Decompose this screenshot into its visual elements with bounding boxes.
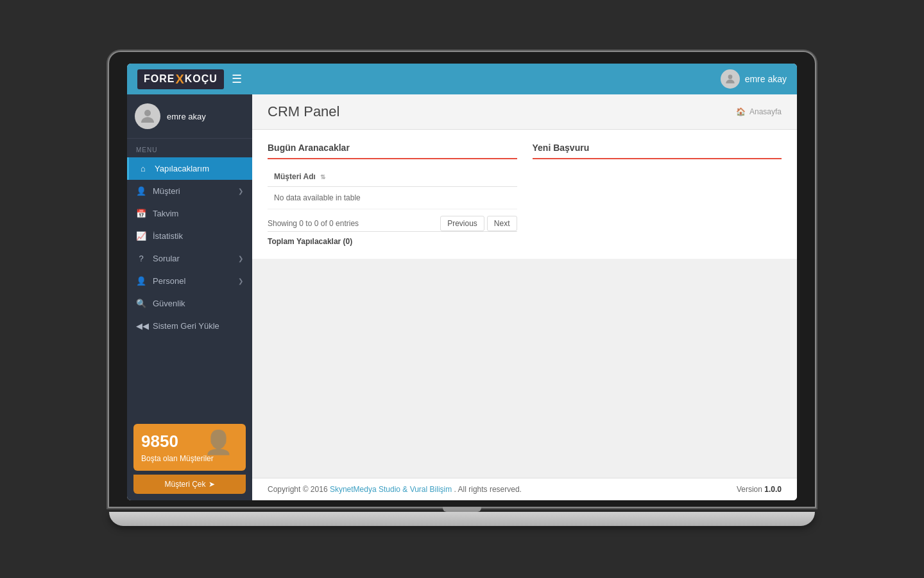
sidebar-item-sistem[interactable]: ◀◀ Sistem Geri Yükle [127, 315, 252, 337]
laptop-wrapper: FORE X KOÇU ☰ emre akay [109, 52, 815, 526]
top-nav-right: emre akay [721, 69, 787, 89]
sidebar-item-guvenlik[interactable]: 🔍 Güvenlik [127, 292, 252, 315]
sidebar-widget: 9850 👤 Boşta olan Müşteriler Müşteri Çek… [127, 417, 252, 500]
sidebar-menu-label: MENU [127, 139, 252, 157]
footer-rights: . All rights reserved. [454, 485, 522, 494]
pagination: Previous Next [440, 216, 517, 231]
sidebar-item-left: 👤 Müşteri [136, 186, 180, 196]
page-content: Bugün Aranacaklar Müşteri Adı ⇅ [252, 130, 797, 478]
sidebar-label-takvim: Takvim [153, 209, 178, 218]
sidebar-item-left: ⌂ Yapılacaklarım [138, 164, 209, 173]
widget-button-label: Müşteri Çek [164, 480, 205, 489]
chevron-right-icon: ❯ [238, 277, 243, 285]
top-nav-left: FORE X KOÇU ☰ [137, 69, 242, 89]
sidebar-label-personel: Personel [153, 276, 185, 286]
chevron-right-icon: ❯ [238, 188, 243, 195]
breadcrumb-home-icon: 🏠 [736, 107, 746, 116]
page-title: CRM Panel [268, 103, 339, 120]
user-name-topnav: emre akay [745, 74, 787, 84]
panels-row: Bugün Aranacaklar Müşteri Adı ⇅ [268, 143, 782, 246]
sort-icon[interactable]: ⇅ [320, 173, 325, 180]
chevron-right-icon: ❯ [238, 255, 243, 262]
sidebar-item-left: 👤 Personel [136, 276, 185, 286]
reload-icon: ◀◀ [136, 321, 146, 331]
home-icon: ⌂ [138, 164, 148, 173]
gray-area [252, 259, 797, 400]
user-name-sidebar: emre akay [167, 112, 206, 121]
footer: Copyright © 2016 SkynetMedya Studio & Vu… [252, 478, 797, 500]
musteri-cek-button[interactable]: Müşteri Çek ➤ [133, 475, 246, 494]
copyright-text: Copyright © 2016 [268, 485, 328, 494]
svg-point-1 [144, 110, 151, 116]
breadcrumb-label: Anasayfa [749, 107, 782, 116]
panel-right-title: Yeni Başvuru [533, 143, 782, 159]
sidebar-item-yapilacaklarim[interactable]: ⌂ Yapılacaklarım [127, 157, 252, 180]
security-icon: 🔍 [136, 299, 146, 308]
avatar [135, 103, 160, 129]
sidebar-label-guvenlik: Güvenlik [153, 299, 185, 308]
sidebar-label-sistem: Sistem Geri Yükle [153, 321, 219, 331]
main-layout: emre akay MENU ⌂ Yapılacaklarım 👤 [127, 94, 797, 500]
screen-inner: FORE X KOÇU ☰ emre akay [127, 64, 797, 500]
logo-fore: FORE [144, 73, 175, 85]
version-number: 1.0.0 [764, 485, 782, 494]
sidebar-item-left: 📈 İstatistik [136, 231, 183, 241]
sidebar-user: emre akay [127, 94, 252, 139]
sidebar-item-left: 🔍 Güvenlik [136, 299, 185, 308]
sidebar-item-istatistik[interactable]: 📈 İstatistik [127, 225, 252, 247]
calendar-icon: 📅 [136, 209, 146, 218]
top-nav: FORE X KOÇU ☰ emre akay [127, 64, 797, 94]
panel-bugun-aranacaklar: Bugün Aranacaklar Müşteri Adı ⇅ [268, 143, 517, 246]
sidebar-item-sorular[interactable]: ? Sorular ❯ [127, 247, 252, 270]
widget-user-icon: 👤 [204, 428, 233, 455]
table-footer: Showing 0 to 0 of 0 entries Previous Nex… [268, 209, 517, 231]
svg-point-0 [728, 74, 732, 79]
laptop-base [109, 512, 815, 526]
user-icon: 👤 [136, 186, 146, 196]
footer-copyright: Copyright © 2016 SkynetMedya Studio & Vu… [268, 485, 522, 494]
user-avatar-topnav [721, 69, 740, 89]
sidebar-item-personel[interactable]: 👤 Personel ❯ [127, 270, 252, 292]
table-row-empty: No data available in table [268, 187, 517, 209]
column-label: Müşteri Adı [274, 172, 316, 181]
footer-version: Version 1.0.0 [737, 485, 782, 494]
sidebar-item-takvim[interactable]: 📅 Takvim [127, 202, 252, 225]
chart-icon: 📈 [136, 231, 146, 241]
widget-card: 9850 👤 Boşta olan Müşteriler [133, 424, 246, 471]
sidebar: emre akay MENU ⌂ Yapılacaklarım 👤 [127, 94, 252, 500]
widget-button-icon: ➤ [209, 480, 215, 489]
sidebar-label-istatistik: İstatistik [153, 231, 183, 241]
table-col-musteri-adi: Müşteri Adı ⇅ [268, 167, 517, 187]
next-button[interactable]: Next [487, 216, 517, 231]
hamburger-icon[interactable]: ☰ [232, 72, 242, 86]
app: FORE X KOÇU ☰ emre akay [127, 64, 797, 500]
personel-icon: 👤 [136, 276, 146, 286]
sidebar-label-yapilacaklarim: Yapılacaklarım [155, 164, 209, 173]
sidebar-item-left: 📅 Takvim [136, 209, 178, 218]
bugun-aranacaklar-table: Müşteri Adı ⇅ No data a [268, 167, 517, 209]
version-label: Version [737, 485, 762, 494]
panel-yeni-basvuru: Yeni Başvuru [533, 143, 782, 246]
footer-company-link[interactable]: SkynetMedya Studio & Vural Bilişim [330, 485, 452, 494]
laptop-screen: FORE X KOÇU ☰ emre akay [109, 52, 815, 507]
content-area: CRM Panel 🏠 Anasayfa [252, 94, 797, 500]
logo-kocu: KOÇU [185, 73, 218, 85]
logo: FORE X KOÇU [137, 69, 224, 89]
table-total: Toplam Yapılacaklar (0) [268, 231, 517, 246]
sidebar-item-left: ? Sorular [136, 254, 180, 263]
panel-left-title: Bugün Aranacaklar [268, 143, 517, 159]
logo-x: X [175, 72, 184, 87]
sidebar-label-sorular: Sorular [153, 254, 180, 263]
table-empty-message: No data available in table [268, 187, 517, 209]
sidebar-label-musteri: Müşteri [153, 186, 180, 196]
sidebar-item-left: ◀◀ Sistem Geri Yükle [136, 321, 219, 331]
content-white: Bugün Aranacaklar Müşteri Adı ⇅ [252, 130, 797, 259]
previous-button[interactable]: Previous [440, 216, 484, 231]
showing-text: Showing 0 to 0 of 0 entries [268, 219, 359, 228]
question-icon: ? [136, 254, 146, 263]
breadcrumb: 🏠 Anasayfa [736, 107, 782, 116]
page-header: CRM Panel 🏠 Anasayfa [252, 94, 797, 130]
sidebar-item-musteri[interactable]: 👤 Müşteri ❯ [127, 180, 252, 202]
laptop-notch [443, 507, 481, 512]
